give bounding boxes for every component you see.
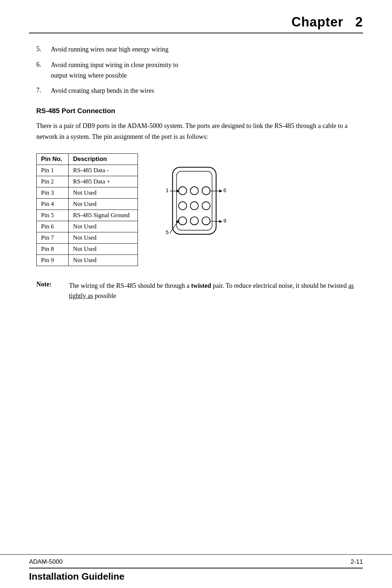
list-number: 6. <box>36 60 51 81</box>
svg-text:1: 1 <box>166 187 169 193</box>
list-item: 7. Avoid creating sharp bends in the wir… <box>36 86 356 96</box>
footer-model: ADAM-5000 <box>29 558 63 566</box>
list-number: 7. <box>36 86 51 96</box>
pin-number: Pin 4 <box>37 198 69 210</box>
svg-point-10 <box>202 217 210 225</box>
chapter-title: Chapter 2 <box>291 15 363 30</box>
table-row: Pin 7 Not Used <box>37 232 138 243</box>
table-diagram-row: Pin No. Description Pin 1 RS-485 Data - … <box>36 153 356 266</box>
db9-connector-svg: 1 6 5 9 <box>160 161 232 248</box>
table-row: Pin 4 Not Used <box>37 198 138 210</box>
page-header: Chapter 2 <box>0 0 392 30</box>
note-label: Note: <box>36 281 62 302</box>
pin-desc: Not Used <box>69 187 138 198</box>
svg-text:6: 6 <box>223 187 226 193</box>
pin-number: Pin 8 <box>37 243 69 254</box>
table-row: Pin 5 RS-485 Signal Ground <box>37 210 138 221</box>
list-item: 5. Avoid running wires near high energy … <box>36 44 356 55</box>
db9-diagram: 1 6 5 9 <box>160 161 232 248</box>
svg-point-9 <box>190 217 198 225</box>
footer-title: Installation Guideline <box>0 569 392 588</box>
list-text: Avoid running wires near high energy wir… <box>51 44 168 55</box>
pin-desc: RS-485 Data - <box>69 165 138 176</box>
table-row: Pin 6 Not Used <box>37 221 138 232</box>
svg-point-5 <box>179 202 187 210</box>
pin-desc: Not Used <box>69 221 138 232</box>
pin-desc: RS-485 Data + <box>69 176 138 187</box>
table-header-desc: Description <box>69 153 138 165</box>
pin-desc: Not Used <box>69 243 138 254</box>
svg-text:5: 5 <box>166 229 169 235</box>
list-text: Avoid creating sharp bends in the wires <box>51 86 154 96</box>
pin-number: Pin 6 <box>37 221 69 232</box>
svg-rect-1 <box>176 171 212 230</box>
table-row: Pin 1 RS-485 Data - <box>37 165 138 176</box>
pin-desc: Not Used <box>69 198 138 210</box>
footer-page: 2-11 <box>351 558 363 566</box>
pin-table: Pin No. Description Pin 1 RS-485 Data - … <box>36 153 138 266</box>
svg-point-7 <box>202 202 210 210</box>
pin-number: Pin 3 <box>37 187 69 198</box>
body-text: There is a pair of DB9 ports in the ADAM… <box>36 121 356 142</box>
page-footer: ADAM-5000 2-11 <box>0 554 392 566</box>
table-row: Pin 9 Not Used <box>37 254 138 266</box>
svg-point-6 <box>190 202 198 210</box>
table-row: Pin 2 RS-485 Data + <box>37 176 138 187</box>
svg-point-4 <box>202 187 210 195</box>
pin-number: Pin 9 <box>37 254 69 266</box>
list-item: 6. Avoid running input wiring in close p… <box>36 60 356 81</box>
pin-number: Pin 2 <box>37 176 69 187</box>
svg-rect-0 <box>172 167 216 234</box>
svg-line-18 <box>211 221 221 221</box>
table-row: Pin 3 Not Used <box>37 187 138 198</box>
pin-number: Pin 1 <box>37 165 69 176</box>
svg-text:9: 9 <box>223 218 226 223</box>
note-section: Note: The wiring of the RS-485 should be… <box>36 281 356 302</box>
table-header-pin: Pin No. <box>37 153 69 165</box>
svg-point-2 <box>179 187 187 195</box>
table-row: Pin 8 Not Used <box>37 243 138 254</box>
list-text: Avoid running input wiring in close prox… <box>51 60 178 81</box>
note-text: The wiring of the RS-485 should be throu… <box>69 281 356 302</box>
pin-number: Pin 7 <box>37 232 69 243</box>
svg-point-8 <box>179 217 187 225</box>
section-heading: RS-485 Port Connection <box>36 107 356 115</box>
main-content: 5. Avoid running wires near high energy … <box>0 33 392 439</box>
pin-desc: Not Used <box>69 254 138 266</box>
pin-number: Pin 5 <box>37 210 69 221</box>
pin-desc: RS-485 Signal Ground <box>69 210 138 221</box>
pin-desc: Not Used <box>69 232 138 243</box>
svg-point-3 <box>190 187 198 195</box>
list-number: 5. <box>36 44 51 55</box>
